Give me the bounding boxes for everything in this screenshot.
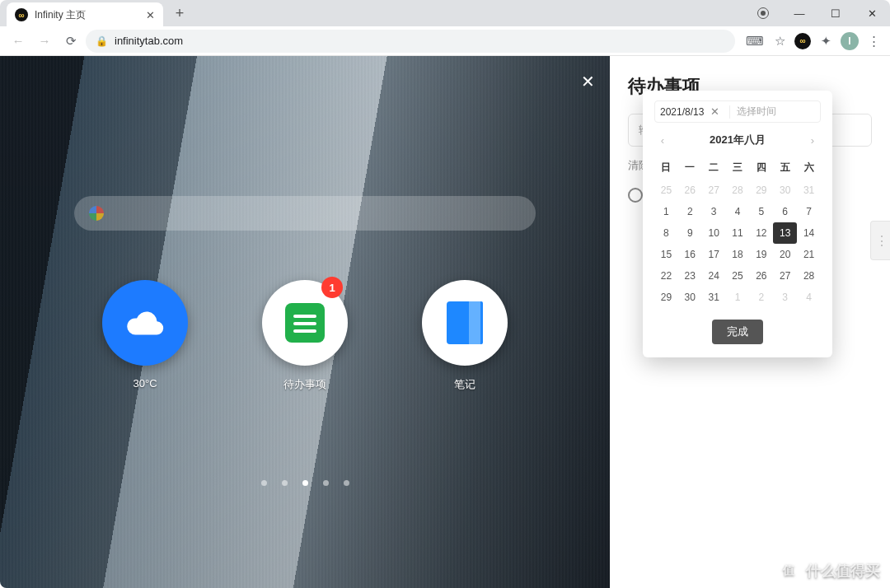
picker-date-value[interactable]: 2021/8/13: [660, 106, 704, 118]
picker-inputs: 2021/8/13 ✕ 选择时间: [654, 100, 821, 123]
browser-toolbar: ← → ⟳ 🔒 infinitytab.com ⌨ ☆ ∞ ✦ I ⋮: [0, 26, 890, 56]
calendar-day[interactable]: 25: [654, 180, 678, 201]
profile-avatar[interactable]: I: [841, 32, 859, 50]
calendar-day[interactable]: 12: [749, 222, 773, 244]
todo-badge: 1: [321, 277, 343, 298]
calendar-day[interactable]: 17: [702, 244, 726, 265]
window-controls: — ☐ ✕: [745, 0, 890, 26]
calendar-day[interactable]: 1: [654, 201, 678, 222]
calendar-day[interactable]: 19: [749, 244, 773, 265]
notes-icon: [447, 301, 483, 344]
calendar-day[interactable]: 28: [797, 265, 821, 287]
tab-close-icon[interactable]: ✕: [146, 9, 155, 21]
app-weather[interactable]: 30°C: [102, 280, 188, 392]
calendar-day[interactable]: 31: [702, 287, 726, 308]
page-dot[interactable]: [323, 480, 329, 486]
calendar-day[interactable]: 5: [749, 201, 773, 222]
window-titlebar: ∞ Infinity 主页 ✕ + — ☐ ✕: [0, 0, 890, 26]
toolbar-right: ⌨ ☆ ∞ ✦ I ⋮: [745, 31, 883, 51]
picker-prev-month[interactable]: ‹: [654, 134, 671, 147]
nav-reload-button[interactable]: ⟳: [59, 30, 82, 53]
calendar-day[interactable]: 22: [654, 265, 678, 287]
sidebar-handle[interactable]: ⋮: [870, 221, 890, 260]
calendar-day[interactable]: 9: [678, 222, 702, 244]
calendar-day[interactable]: 24: [702, 265, 726, 287]
calendar-day[interactable]: 30: [773, 180, 797, 201]
app-todo-label: 待办事项: [283, 377, 326, 392]
picker-time-placeholder[interactable]: 选择时间: [737, 105, 815, 119]
page-dot[interactable]: [282, 480, 288, 486]
calendar-day[interactable]: 7: [797, 201, 821, 222]
new-tab-button[interactable]: +: [168, 2, 191, 25]
tab-favicon: ∞: [15, 8, 28, 21]
calendar-day[interactable]: 1: [726, 287, 750, 308]
calendar-day[interactable]: 18: [726, 244, 750, 265]
bookmark-icon[interactable]: ☆: [770, 31, 789, 51]
calendar-day[interactable]: 29: [749, 180, 773, 201]
nav-forward-button[interactable]: →: [33, 30, 56, 53]
page-dot[interactable]: [261, 480, 267, 486]
window-maximize[interactable]: ☐: [817, 0, 854, 26]
extensions-icon[interactable]: ✦: [816, 31, 836, 51]
calendar-day[interactable]: 25: [726, 265, 750, 287]
calendar-day[interactable]: 11: [726, 222, 750, 244]
calendar-day[interactable]: 3: [702, 201, 726, 222]
task-checkbox[interactable]: [628, 188, 643, 203]
window-close[interactable]: ✕: [854, 0, 890, 26]
weekday-label: 三: [726, 156, 750, 180]
calendar-day[interactable]: 8: [654, 222, 678, 244]
cloud-icon: [121, 306, 169, 339]
watermark-text: 什么值得买: [806, 561, 880, 581]
calendar-day[interactable]: 30: [678, 287, 702, 308]
calendar-day[interactable]: 13: [773, 222, 797, 244]
calendar-day[interactable]: 15: [654, 244, 678, 265]
menu-icon[interactable]: ⋮: [864, 31, 883, 51]
translate-icon[interactable]: ⌨: [745, 31, 765, 51]
calendar-day[interactable]: 4: [797, 287, 821, 308]
weekday-label: 日: [654, 156, 678, 180]
app-notes-label: 笔记: [454, 377, 475, 392]
app-todo[interactable]: 1 待办事项: [262, 280, 348, 392]
calendar-day[interactable]: 14: [797, 222, 821, 244]
weekday-label: 四: [749, 156, 773, 180]
wallpaper-panel: ✕ 30°C 1 待办事项 笔记: [0, 56, 610, 588]
weekday-label: 五: [773, 156, 797, 180]
todo-icon: [285, 303, 325, 343]
calendar-day[interactable]: 31: [797, 180, 821, 201]
address-bar[interactable]: 🔒 infinitytab.com: [86, 30, 735, 53]
calendar-day[interactable]: 2: [749, 287, 773, 308]
new-tab-search-bar[interactable]: [74, 196, 536, 231]
calendar-day[interactable]: 10: [702, 222, 726, 244]
page-dot[interactable]: [302, 480, 308, 486]
watermark-icon: 值: [778, 560, 799, 581]
picker-month-title: 2021年八月: [710, 133, 766, 147]
picker-done-button[interactable]: 完成: [712, 320, 763, 344]
picker-month-nav: ‹ 2021年八月 ›: [654, 133, 821, 147]
calendar-day[interactable]: 16: [678, 244, 702, 265]
calendar-day[interactable]: 26: [749, 265, 773, 287]
app-notes[interactable]: 笔记: [422, 280, 508, 392]
picker-separator: [729, 105, 730, 119]
calendar-day[interactable]: 27: [773, 265, 797, 287]
nav-back-button[interactable]: ←: [7, 30, 30, 53]
picker-next-month[interactable]: ›: [804, 134, 821, 147]
calendar-day[interactable]: 26: [678, 180, 702, 201]
page-dots[interactable]: [0, 480, 610, 486]
calendar-day[interactable]: 3: [773, 287, 797, 308]
calendar-day[interactable]: 20: [773, 244, 797, 265]
calendar-day[interactable]: 4: [726, 201, 750, 222]
calendar-day[interactable]: 27: [702, 180, 726, 201]
page-dot[interactable]: [344, 480, 349, 486]
date-picker: 2021/8/13 ✕ 选择时间 ‹ 2021年八月 › 日一二三四五六 252…: [643, 91, 832, 357]
calendar-day[interactable]: 21: [797, 244, 821, 265]
calendar-day[interactable]: 23: [678, 265, 702, 287]
calendar-day[interactable]: 29: [654, 287, 678, 308]
extension-infinity-icon[interactable]: ∞: [794, 33, 811, 49]
picker-clear-icon[interactable]: ✕: [707, 105, 723, 118]
calendar-day[interactable]: 2: [678, 201, 702, 222]
browser-tab[interactable]: ∞ Infinity 主页 ✕: [7, 2, 163, 27]
panel-close-icon[interactable]: ✕: [577, 71, 598, 92]
calendar-day[interactable]: 28: [726, 180, 750, 201]
window-minimize[interactable]: —: [781, 0, 817, 26]
calendar-day[interactable]: 6: [773, 201, 797, 222]
